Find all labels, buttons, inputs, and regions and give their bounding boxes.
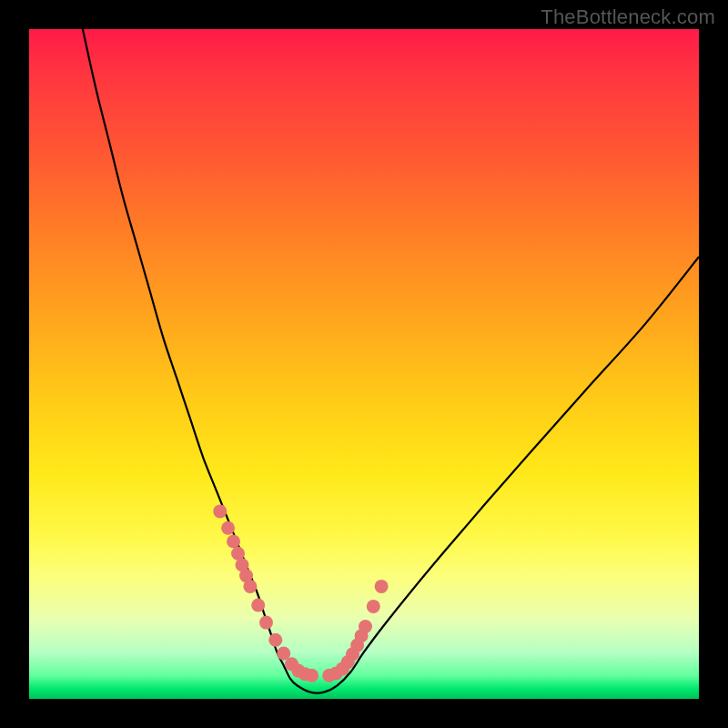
marker-dot bbox=[305, 669, 318, 682]
chart-frame: TheBottleneck.com bbox=[0, 0, 728, 728]
plot-area bbox=[29, 29, 699, 699]
marker-dot bbox=[375, 580, 389, 593]
bottleneck-curve bbox=[83, 29, 699, 693]
marker-dot bbox=[227, 535, 240, 549]
marker-dot bbox=[259, 616, 273, 630]
watermark-text: TheBottleneck.com bbox=[541, 5, 715, 29]
marker-dot bbox=[251, 599, 265, 612]
marker-dot bbox=[221, 521, 235, 535]
marker-dot bbox=[213, 504, 227, 518]
curve-layer bbox=[29, 29, 699, 699]
marker-dot bbox=[359, 620, 372, 633]
marker-dot bbox=[367, 600, 380, 613]
marker-dot bbox=[243, 580, 257, 593]
marker-dot bbox=[268, 633, 282, 647]
